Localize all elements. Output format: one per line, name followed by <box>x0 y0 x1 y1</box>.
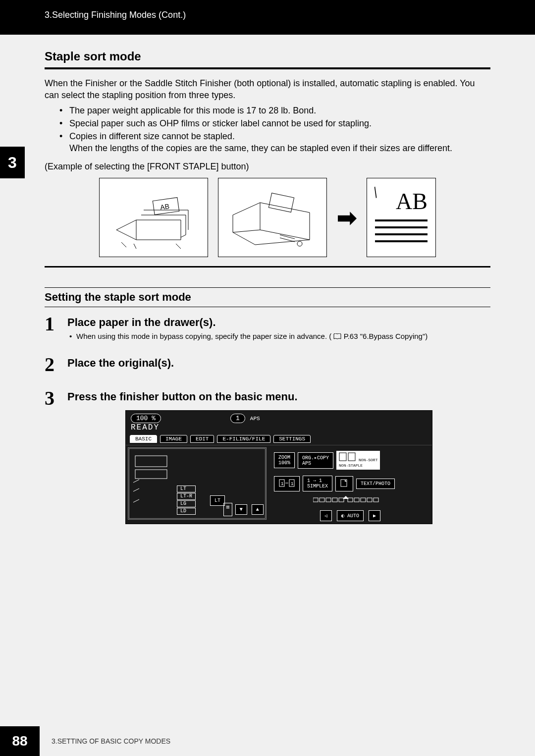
step-number: 2 <box>45 355 67 375</box>
up-arrow-icon[interactable]: ▲ <box>252 504 264 515</box>
svg-rect-22 <box>374 498 378 502</box>
mode-icon-button[interactable] <box>335 476 353 491</box>
zoom-button[interactable]: ZOOM100% <box>274 452 295 468</box>
svg-rect-6 <box>339 453 346 461</box>
arrow-right-icon: ➡ <box>337 204 357 231</box>
list-icon[interactable]: ≡ <box>223 503 232 516</box>
svg-rect-21 <box>367 498 372 502</box>
svg-rect-13 <box>313 498 318 502</box>
tray-item[interactable]: LD <box>177 508 196 515</box>
footer-chapter: 3.SETTING OF BASIC COPY MODES <box>52 737 170 745</box>
rule <box>45 307 490 307</box>
step-note: When using this mode in bypass copying, … <box>67 332 490 341</box>
tab-efiling[interactable]: E-FILING/FILE <box>217 435 270 443</box>
density-icon <box>313 496 387 504</box>
step-title: Place the original(s). <box>67 357 490 370</box>
subsection-title: Setting the staple sort mode <box>45 291 490 304</box>
density-left-icon[interactable]: ◁ <box>320 510 332 521</box>
finisher-button[interactable]: NON-SORTNON-STAPLE <box>336 451 380 470</box>
aps-label: APS <box>250 416 260 422</box>
svg-point-3 <box>297 241 302 246</box>
step: 2 Place the original(s). <box>45 355 490 375</box>
ab-label: AB <box>375 188 428 215</box>
diagram-row: AB ➡ ⁄ AB <box>45 178 490 257</box>
svg-rect-19 <box>354 498 359 502</box>
svg-rect-14 <box>320 498 324 502</box>
lcd-screenshot: 100 % 1 APS READY BASIC IMAGE EDIT E-FIL… <box>125 410 432 524</box>
orgcopy-button[interactable]: ORG.▸COPYAPS <box>298 452 333 469</box>
bullet-list: The paper weight applicable for this mod… <box>45 105 490 155</box>
bullet-tail: When the lengths of the copies are the s… <box>69 143 452 153</box>
copier-mini-icon <box>132 453 174 512</box>
density-scale <box>313 496 387 506</box>
step: 3 Press the finisher button on the basic… <box>45 388 490 524</box>
page-icon: 11 <box>278 479 295 487</box>
step-title: Place paper in the drawer(s). <box>67 316 490 329</box>
auto-button[interactable]: ◐ AUTO <box>337 510 364 521</box>
example-caption: (Example of selecting the [FRONT STAPLE]… <box>45 162 490 172</box>
svg-text:1: 1 <box>291 482 293 486</box>
ready-label: READY <box>126 423 432 432</box>
bullet-item: Copies in different size cannot be stapl… <box>59 130 490 155</box>
page-number: 88 <box>0 726 40 756</box>
svg-rect-16 <box>332 498 337 502</box>
intro-text: When the Finisher or the Saddle Stitch F… <box>45 77 490 102</box>
step-number: 1 <box>45 314 67 341</box>
step: 1 Place paper in the drawer(s). When usi… <box>45 314 490 341</box>
tray-item[interactable]: LG <box>177 500 196 507</box>
chapter-side-tab: 3 <box>0 147 25 178</box>
copier-illustration-icon: AB <box>107 185 201 250</box>
tray-panel: LT LT-R LG LD LT ≡ ▼ ▲ <box>128 447 267 520</box>
simplex-button[interactable]: 1 → 1SIMPLEX <box>303 476 332 491</box>
svg-rect-5 <box>135 470 167 479</box>
svg-rect-18 <box>348 498 353 502</box>
svg-rect-20 <box>361 498 366 502</box>
breadcrumb: 3.Selecting Finishing Modes (Cont.) <box>45 10 186 20</box>
step-number: 3 <box>45 388 67 524</box>
bullet-item: Special paper such as OHP films or stick… <box>59 117 490 129</box>
rule <box>45 287 490 288</box>
copies-value: 1 <box>230 414 245 423</box>
tray-current[interactable]: LT <box>210 495 225 506</box>
tray-list: LT LT-R LG LD <box>177 486 196 515</box>
step-title: Press the finisher button on the basic m… <box>67 390 490 403</box>
footer: 88 3.SETTING OF BASIC COPY MODES <box>0 726 170 756</box>
output-sample: ⁄ AB <box>367 178 436 257</box>
svg-rect-4 <box>135 456 167 467</box>
svg-text:AB: AB <box>160 202 170 211</box>
duplex-icon-button[interactable]: 11 <box>274 476 300 491</box>
tab-image[interactable]: IMAGE <box>160 435 187 443</box>
down-arrow-icon[interactable]: ▼ <box>235 504 247 515</box>
rule <box>45 266 490 268</box>
doc-icon <box>340 479 349 487</box>
bullet-item: The paper weight applicable for this mod… <box>59 105 490 116</box>
section-title-staple: Staple sort mode <box>45 50 490 63</box>
tab-row: BASIC IMAGE EDIT E-FILING/FILE SETTINGS <box>126 432 432 445</box>
svg-rect-17 <box>339 498 344 502</box>
diagram-copier-2 <box>218 178 327 257</box>
tab-basic[interactable]: BASIC <box>130 435 157 443</box>
tray-item[interactable]: LT-R <box>177 493 196 500</box>
copier-output-icon <box>225 185 320 250</box>
zoom-value: 100 % <box>131 414 161 423</box>
book-icon <box>333 332 341 341</box>
note-text: When using this mode in bypass copying, … <box>76 332 331 340</box>
svg-rect-15 <box>326 498 331 502</box>
svg-text:1: 1 <box>281 482 283 486</box>
tab-settings[interactable]: SETTINGS <box>273 435 311 443</box>
rule <box>45 67 490 69</box>
bullet-text: Copies in different size cannot be stapl… <box>69 131 235 141</box>
svg-rect-7 <box>348 453 355 461</box>
finisher-icon <box>339 452 356 461</box>
svg-rect-12 <box>341 480 347 486</box>
tab-edit[interactable]: EDIT <box>190 435 214 443</box>
text-lines-icon <box>375 219 428 242</box>
header-bar: 3.Selecting Finishing Modes (Cont.) <box>0 0 535 35</box>
tray-item[interactable]: LT <box>177 486 196 492</box>
textphoto-button[interactable]: TEXT/PHOTO <box>356 479 395 489</box>
diagram-copier-1: AB <box>99 178 208 257</box>
density-right-icon[interactable]: ▶ <box>369 510 380 521</box>
svg-rect-2 <box>268 193 294 212</box>
note-ref: P.63 "6.Bypass Copying") <box>344 332 428 340</box>
